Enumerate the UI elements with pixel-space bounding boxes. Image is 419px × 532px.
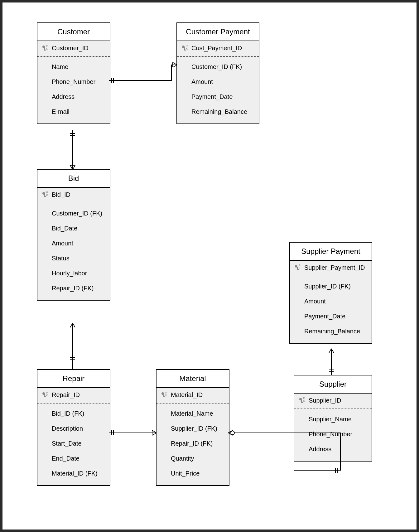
entity-title: Customer Payment bbox=[177, 23, 259, 41]
attr: Name bbox=[52, 59, 106, 74]
attr-list: Customer_ID (FK) Amount Payment_Date Rem… bbox=[177, 57, 259, 123]
attr: Customer_ID (FK) bbox=[52, 206, 106, 221]
attr: Material_Name bbox=[171, 406, 225, 421]
key-icon: PK bbox=[41, 391, 52, 399]
attr-list: Supplier_Name Phone_Number Address bbox=[294, 409, 372, 461]
attr: Supplier_ID (FK) bbox=[171, 421, 225, 436]
svg-line-64 bbox=[329, 349, 331, 353]
attr: Amount bbox=[52, 236, 106, 251]
attr: Phone_Number bbox=[52, 74, 106, 89]
rel-bid-repair bbox=[68, 323, 77, 370]
attr: Unit_Price bbox=[171, 466, 225, 481]
attr: Status bbox=[52, 251, 106, 266]
entity-bid[interactable]: Bid PK Bid_ID Customer_ID (FK) Bid_Date … bbox=[37, 169, 110, 301]
pk-label: Repair_ID bbox=[52, 391, 80, 399]
attr: Payment_Date bbox=[304, 309, 368, 324]
attr: Remaining_Balance bbox=[191, 104, 255, 119]
entity-title: Supplier Payment bbox=[290, 243, 372, 261]
attr: Start_Date bbox=[52, 436, 106, 451]
key-icon: PK bbox=[41, 191, 52, 198]
attr: Address bbox=[309, 442, 368, 457]
svg-text:K: K bbox=[165, 394, 167, 397]
attr: Address bbox=[52, 89, 106, 104]
rel-repair-material bbox=[109, 430, 157, 436]
svg-text:K: K bbox=[186, 47, 188, 50]
pk-row: PK Cust_Payment_ID bbox=[177, 41, 259, 57]
pk-label: Cust_Payment_ID bbox=[191, 45, 242, 52]
entity-repair[interactable]: Repair PK Repair_ID Bid_ID (FK) Descript… bbox=[37, 369, 110, 486]
entity-title: Supplier bbox=[294, 375, 372, 394]
svg-text:K: K bbox=[46, 47, 48, 50]
key-icon: PK bbox=[294, 264, 304, 271]
rel-customer-customerpayment bbox=[109, 62, 177, 84]
attr-list: Supplier_ID (FK) Amount Payment_Date Rem… bbox=[290, 276, 372, 343]
pk-row: PK Customer_ID bbox=[37, 41, 110, 57]
entity-title: Bid bbox=[37, 170, 110, 188]
attr: Hourly_labor bbox=[52, 266, 106, 281]
attr: Customer_ID (FK) bbox=[191, 59, 255, 74]
pk-row: PK Material_ID bbox=[157, 388, 229, 404]
attr-list: Bid_ID (FK) Description Start_Date End_D… bbox=[37, 404, 110, 485]
pk-label: Supplier_ID bbox=[309, 397, 341, 404]
pk-row: PK Bid_ID bbox=[37, 188, 110, 203]
entity-supplier-payment[interactable]: Supplier Payment PK Supplier_Payment_ID … bbox=[289, 242, 372, 344]
svg-point-60 bbox=[231, 431, 234, 435]
svg-text:K: K bbox=[303, 399, 305, 403]
attr: Amount bbox=[191, 74, 255, 89]
attr-list: Customer_ID (FK) Bid_Date Amount Status … bbox=[37, 203, 110, 300]
attr: Remaining_Balance bbox=[304, 324, 368, 339]
entity-title: Repair bbox=[37, 370, 110, 388]
rel-supplier-supplierpayment bbox=[327, 349, 336, 375]
attr: Repair_ID (FK) bbox=[171, 436, 225, 451]
key-icon: PK bbox=[160, 391, 171, 399]
entity-title: Customer bbox=[37, 23, 110, 41]
key-icon: PK bbox=[41, 44, 52, 52]
attr: Amount bbox=[304, 294, 368, 309]
pk-label: Supplier_Payment_ID bbox=[304, 264, 365, 271]
entity-title: Material bbox=[157, 370, 229, 388]
pk-label: Customer_ID bbox=[52, 45, 89, 52]
entity-customer[interactable]: Customer PK Customer_ID Name Phone_Numbe… bbox=[37, 22, 110, 124]
svg-text:K: K bbox=[46, 194, 48, 197]
attr-list: Name Phone_Number Address E-mail bbox=[37, 57, 110, 123]
svg-text:K: K bbox=[299, 267, 301, 270]
pk-row: PK Supplier_Payment_ID bbox=[290, 261, 372, 276]
attr: Quantity bbox=[171, 451, 225, 466]
entity-supplier[interactable]: Supplier PK Supplier_ID Supplier_Name Ph… bbox=[294, 375, 372, 462]
attr: Phone_Number bbox=[309, 427, 368, 442]
pk-label: Bid_ID bbox=[52, 191, 70, 198]
pk-label: Material_ID bbox=[171, 391, 203, 399]
attr: Material_ID (FK) bbox=[52, 466, 106, 481]
er-diagram-canvas: { "entities": { "customer": { "title": "… bbox=[0, 0, 419, 532]
svg-text:K: K bbox=[46, 394, 48, 397]
rel-customer-bid bbox=[68, 130, 77, 170]
entity-material[interactable]: Material PK Material_ID Material_Name Su… bbox=[156, 369, 229, 486]
svg-line-48 bbox=[73, 323, 75, 327]
attr-list: Material_Name Supplier_ID (FK) Repair_ID… bbox=[157, 404, 229, 485]
key-icon: PK bbox=[181, 44, 191, 52]
attr: Description bbox=[52, 421, 106, 436]
attr: Payment_Date bbox=[191, 89, 255, 104]
attr: Bid_Date bbox=[52, 221, 106, 236]
attr: Repair_ID (FK) bbox=[52, 281, 106, 296]
attr: E-mail bbox=[52, 104, 106, 119]
entity-customer-payment[interactable]: Customer Payment PK Cust_Payment_ID Cust… bbox=[176, 22, 259, 124]
attr: Supplier_Name bbox=[309, 412, 368, 427]
pk-row: PK Supplier_ID bbox=[294, 394, 372, 409]
attr: Supplier_ID (FK) bbox=[304, 279, 368, 294]
svg-line-65 bbox=[331, 349, 334, 353]
key-icon: PK bbox=[298, 397, 309, 404]
attr: End_Date bbox=[52, 451, 106, 466]
pk-row: PK Repair_ID bbox=[37, 388, 110, 404]
attr: Bid_ID (FK) bbox=[52, 406, 106, 421]
svg-line-47 bbox=[70, 323, 73, 327]
